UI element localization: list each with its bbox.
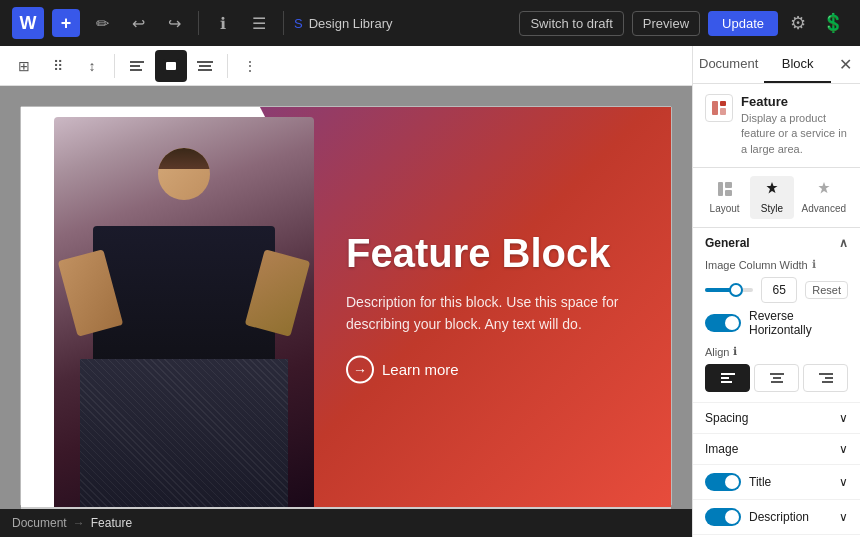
image-column-width-slider[interactable]: [705, 288, 753, 292]
drag-handle-button[interactable]: ⠿: [42, 50, 74, 82]
info-button[interactable]: ℹ: [209, 9, 237, 37]
align-center-button[interactable]: [155, 50, 187, 82]
list-button[interactable]: ☰: [245, 9, 273, 37]
plugin-button[interactable]: 💲: [818, 8, 848, 38]
breadcrumb-document[interactable]: Document: [12, 516, 67, 530]
title-toggle-knob: [725, 475, 739, 489]
update-button[interactable]: Update: [708, 11, 778, 36]
reset-button[interactable]: Reset: [805, 281, 848, 299]
feature-title[interactable]: Feature Block: [346, 231, 639, 275]
move-arrows-button[interactable]: ↕: [76, 50, 108, 82]
toolbar-separator-1: [198, 11, 199, 35]
image-chevron-icon: ∨: [839, 442, 848, 456]
slider-thumb[interactable]: [729, 283, 743, 297]
add-block-button[interactable]: +: [52, 9, 80, 37]
feature-content: Feature Block Description for this block…: [346, 231, 639, 384]
breadcrumb: Document → Feature: [0, 509, 692, 537]
description-row-label: Description: [749, 510, 809, 524]
feature-description[interactable]: Description for this block. Use this spa…: [346, 291, 639, 336]
redo-button[interactable]: ↪: [160, 9, 188, 37]
svg-rect-22: [822, 381, 833, 383]
title-toggle[interactable]: [705, 473, 741, 491]
svg-rect-18: [773, 377, 781, 379]
wp-logo-icon[interactable]: W: [12, 7, 44, 39]
style-label: Style: [761, 203, 783, 214]
image-column-width-info-icon: ℹ: [812, 258, 816, 271]
description-chevron-icon: ∨: [839, 510, 848, 524]
general-section-header[interactable]: General ∧: [693, 228, 860, 258]
reverse-horizontally-toggle[interactable]: [705, 314, 741, 332]
image-section-header[interactable]: Image ∨: [693, 433, 860, 464]
description-toggle[interactable]: [705, 508, 741, 526]
feature-image: [21, 107, 346, 507]
learn-more-label: Learn more: [382, 361, 459, 378]
svg-rect-5: [197, 61, 213, 63]
preview-button[interactable]: Preview: [632, 11, 700, 36]
spacing-chevron-icon: ∨: [839, 411, 848, 425]
layout-icon: [717, 181, 733, 201]
pen-tool-button[interactable]: ✏: [88, 9, 116, 37]
tab-block[interactable]: Block: [764, 46, 831, 83]
sub-tab-style[interactable]: Style: [750, 176, 793, 219]
general-section-label: General: [705, 236, 750, 250]
sub-tab-advanced[interactable]: Advanced: [798, 176, 850, 219]
panel-close-button[interactable]: ✕: [831, 47, 860, 82]
design-library-icon: S: [294, 16, 303, 31]
design-library-button[interactable]: S Design Library: [294, 16, 393, 31]
settings-gear-button[interactable]: ⚙: [786, 8, 810, 38]
title-row-label: Title: [749, 475, 771, 489]
editor-scroll[interactable]: [21, 507, 671, 509]
top-bar: W + ✏ ↩ ↪ ℹ ☰ S Design Library Switch to…: [0, 0, 860, 46]
general-section-content: Image Column Width ℹ Reset Rev: [693, 258, 860, 402]
block-type-button[interactable]: ⊞: [8, 50, 40, 82]
sub-tab-layout[interactable]: Layout: [703, 176, 746, 219]
description-row[interactable]: Description ∨: [693, 499, 860, 534]
title-row-left: Title: [705, 473, 771, 491]
feature-info-title: Feature: [741, 94, 848, 109]
align-wide-button[interactable]: [189, 50, 221, 82]
reverse-horizontally-row: Reverse Horizontally: [705, 309, 848, 337]
toggle-knob: [725, 316, 739, 330]
svg-rect-17: [770, 373, 784, 375]
advanced-icon: [816, 181, 832, 201]
svg-rect-6: [199, 65, 211, 67]
svg-rect-20: [819, 373, 833, 375]
image-column-width-input[interactable]: [761, 277, 797, 303]
image-section-label: Image: [705, 442, 738, 456]
svg-rect-12: [725, 182, 732, 188]
canvas-wrapper[interactable]: ⊕: [0, 86, 692, 509]
align-left-option-button[interactable]: [705, 364, 750, 392]
svg-rect-10: [720, 108, 726, 115]
svg-rect-13: [725, 190, 732, 196]
svg-rect-8: [712, 101, 718, 115]
feature-block-icon: [705, 94, 733, 122]
description-toggle-knob: [725, 510, 739, 524]
svg-rect-4: [166, 62, 176, 70]
breadcrumb-separator: →: [73, 516, 85, 530]
svg-rect-2: [130, 69, 142, 71]
image-column-width-label: Image Column Width ℹ: [705, 258, 848, 271]
panel-content: General ∧ Image Column Width ℹ Reset: [693, 228, 860, 537]
learn-more-link[interactable]: → Learn more: [346, 355, 639, 383]
more-options-button[interactable]: ⋮: [234, 50, 266, 82]
title-row[interactable]: Title ∨: [693, 464, 860, 499]
tab-document[interactable]: Document: [693, 46, 764, 83]
svg-rect-19: [771, 381, 783, 383]
undo-button[interactable]: ↩: [124, 9, 152, 37]
svg-rect-9: [720, 101, 726, 106]
image-column-width-text: Image Column Width: [705, 259, 808, 271]
svg-rect-15: [721, 377, 729, 379]
svg-rect-11: [718, 182, 723, 196]
switch-to-draft-button[interactable]: Switch to draft: [519, 11, 623, 36]
right-panel: Document Block ✕ Feature Display a produ…: [692, 46, 860, 537]
advanced-label: Advanced: [802, 203, 846, 214]
sub-tabs: Layout Style Advanced: [693, 168, 860, 228]
spacing-section-header[interactable]: Spacing ∨: [693, 402, 860, 433]
svg-rect-1: [130, 65, 140, 67]
align-center-option-button[interactable]: [754, 364, 799, 392]
align-left-button[interactable]: [121, 50, 153, 82]
editor-area: ⊞ ⠿ ↕ ⋮ ⊕: [0, 46, 692, 537]
align-right-option-button[interactable]: [803, 364, 848, 392]
feature-block: Feature Block Description for this block…: [21, 107, 671, 507]
spacing-section-label: Spacing: [705, 411, 748, 425]
